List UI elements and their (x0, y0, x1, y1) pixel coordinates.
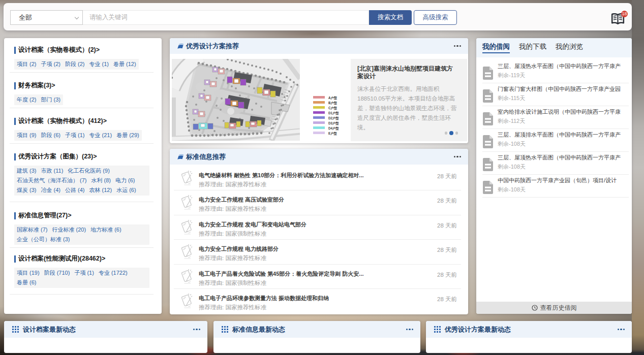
svg-text:D3户型: D3户型 (328, 121, 339, 125)
svg-text:D2户型: D2户型 (328, 116, 339, 120)
svg-text:A户型: A户型 (328, 96, 338, 100)
svg-text:C户型: C户型 (328, 106, 338, 110)
svg-text:B户型: B户型 (328, 101, 338, 105)
svg-text:E户型: E户型 (328, 132, 337, 136)
svg-text:D4户型: D4户型 (328, 126, 339, 131)
svg-text:D1户型: D1户型 (328, 111, 339, 115)
